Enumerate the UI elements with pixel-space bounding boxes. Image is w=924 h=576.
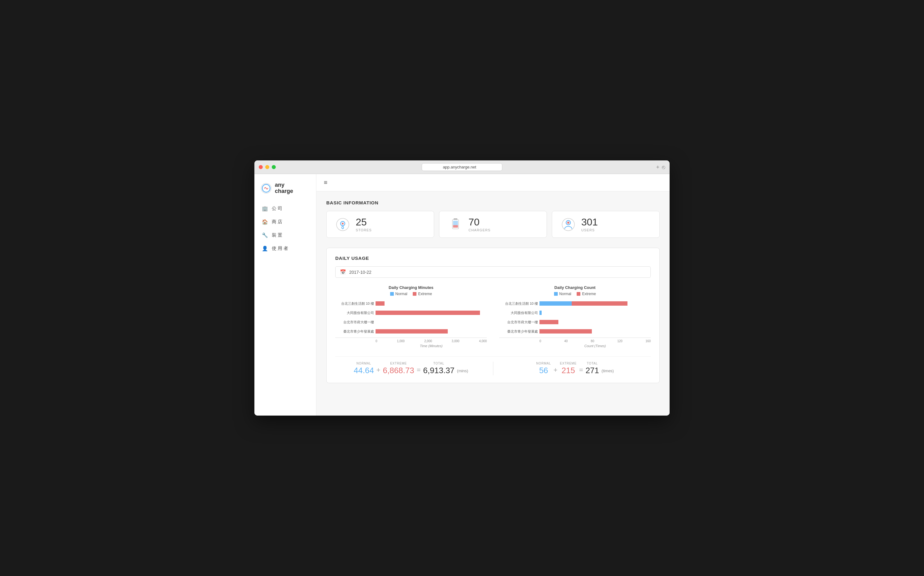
chart-count-bars-container: 台北三創生活館 10 樓 大同股份有限公司: [499, 301, 651, 348]
app-body: any charge 🏢 公 司 🏠 商 店 🔧 裝 置 👤 使 用 者: [254, 174, 670, 416]
bar-label-3-minutes: 臺北市青少年發展處: [335, 329, 374, 334]
summary-plus-2: +: [553, 366, 557, 375]
logo-icon: [261, 183, 272, 194]
svg-rect-8: [453, 225, 458, 227]
legend-normal-dot: [390, 292, 394, 296]
stores-label: STORES: [356, 228, 372, 232]
svg-point-4: [342, 222, 343, 224]
bar-row-3-count: 臺北市青少年發展處: [539, 328, 651, 334]
summary-left: NORMAL 44.64 + EXTREME 6,868.73 = TOTAL: [335, 362, 487, 375]
legend-count-extreme-label: Extreme: [582, 292, 596, 296]
summary-equals-1: =: [417, 366, 421, 375]
stores-icon: [336, 218, 350, 231]
main-header: ≡: [316, 174, 670, 191]
bar-normal-0-count: [539, 301, 572, 306]
users-value: 301: [581, 217, 598, 227]
summary-total-count: TOTAL 271: [586, 362, 599, 375]
sidebar-item-shop[interactable]: 🏠 商 店: [254, 215, 316, 229]
maximize-button[interactable]: [272, 165, 276, 169]
summary-extreme-minutes: EXTREME 6,868.73: [383, 362, 414, 375]
logo-area: any charge: [254, 177, 316, 202]
legend-count-normal-dot: [554, 292, 558, 296]
logo-line2: charge: [275, 188, 293, 195]
chart-count-title: Daily Charging Count: [499, 285, 651, 290]
bar-label-2-count: 台北市市府大樓一樓: [499, 320, 538, 325]
bar-label-2-minutes: 台北市市府大樓一樓: [335, 320, 374, 325]
bar-extreme-0-minutes: [375, 301, 385, 306]
bar-label-0-count: 台北三創生活館 10 樓: [499, 301, 538, 306]
summary-extreme-val-r: 215: [561, 366, 575, 375]
titlebar: app.anycharge.net + ⎋: [254, 160, 670, 174]
chargers-icon: [449, 218, 462, 231]
chart-minutes-bars: 台北三創生活館 10 樓 大同股份有限公司: [335, 301, 487, 334]
summary-row: NORMAL 44.64 + EXTREME 6,868.73 = TOTAL: [335, 357, 651, 375]
chart-minutes-axis: 0 1,000 2,000 3,000 4,000: [335, 338, 487, 343]
new-tab-icon[interactable]: +: [656, 164, 659, 170]
stores-value: 25: [356, 217, 372, 227]
window-actions: + ⎋: [656, 164, 665, 170]
chart-minutes-bars-container: 台北三創生活館 10 樓 大同股份有限公司: [335, 301, 487, 348]
axis-tick-4: 4,000: [479, 339, 487, 343]
bar-row-0-count: 台北三創生活館 10 樓: [539, 301, 651, 307]
axis-tick-2: 2,000: [424, 339, 432, 343]
sidebar-item-user[interactable]: 👤 使 用 者: [254, 242, 316, 255]
stat-card-stores: 25 STORES: [326, 211, 434, 238]
app-window: app.anycharge.net + ⎋ any charge: [254, 160, 670, 416]
bar-track-0-count: [539, 301, 651, 307]
bar-label-3-count: 臺北市青少年發展處: [499, 329, 538, 334]
axis-tick-3: 3,000: [452, 339, 459, 343]
bar-row-2-minutes: 台北市市府大樓一樓: [375, 319, 487, 325]
bar-label-1-minutes: 大同股份有限公司: [335, 310, 374, 315]
charts-row: Daily Charging Minutes Normal Extreme: [335, 285, 651, 348]
bar-extreme-3-minutes: [375, 329, 448, 333]
summary-normal-val: 44.64: [354, 366, 374, 375]
sidebar-label-company: 公 司: [272, 206, 282, 211]
bar-row-1-minutes: 大同股份有限公司: [375, 310, 487, 316]
summary-total-minutes: TOTAL 6,913.37: [423, 362, 454, 375]
logo-text: any charge: [275, 182, 293, 195]
axis-tick-0: 0: [375, 339, 377, 343]
bar-track-2-count: [539, 319, 651, 325]
users-icon: [561, 218, 575, 231]
bar-track-1-count: [539, 310, 651, 316]
sidebar-item-device[interactable]: 🔧 裝 置: [254, 229, 316, 242]
main-content-area: ≡ BASIC INFORMATION: [316, 174, 670, 416]
axis-tick-1: 1,000: [397, 339, 405, 343]
sidebar: any charge 🏢 公 司 🏠 商 店 🔧 裝 置 👤 使 用 者: [254, 174, 316, 416]
summary-normal-val-r: 56: [539, 366, 548, 375]
calendar-icon: 📅: [340, 269, 346, 275]
summary-unit-2: (times): [602, 368, 614, 375]
bar-label-0-minutes: 台北三創生活館 10 樓: [335, 301, 374, 306]
chargers-label: CHARGERS: [468, 228, 491, 232]
chart-minutes: Daily Charging Minutes Normal Extreme: [335, 285, 487, 348]
chart-minutes-legend: Normal Extreme: [335, 292, 487, 296]
close-button[interactable]: [259, 165, 263, 169]
hamburger-icon[interactable]: ≡: [324, 179, 327, 186]
summary-extreme-val: 6,868.73: [383, 366, 414, 375]
bar-row-0-minutes: 台北三創生活館 10 樓: [375, 301, 487, 307]
url-text: app.anycharge.net: [443, 165, 476, 170]
bar-track-2-minutes: [375, 319, 487, 325]
summary-extreme-label-r: EXTREME: [560, 362, 577, 365]
minimize-button[interactable]: [265, 165, 269, 169]
exit-icon[interactable]: ⎋: [662, 164, 665, 170]
logo-line1: any: [275, 182, 293, 188]
stat-card-chargers: 70 CHARGERS: [439, 211, 547, 238]
bar-row-1-count: 大同股份有限公司: [539, 310, 651, 316]
summary-total-label-1: TOTAL: [433, 362, 444, 365]
url-bar[interactable]: app.anycharge.net: [422, 163, 502, 171]
summary-normal-minutes: NORMAL 44.64: [354, 362, 374, 375]
summary-extreme-count: EXTREME 215: [560, 362, 577, 375]
count-axis-tick-4: 160: [645, 339, 651, 343]
date-picker[interactable]: 📅 2017-10-22: [335, 266, 651, 278]
users-info: 301 USERS: [581, 217, 598, 232]
count-axis-tick-3: 120: [617, 339, 622, 343]
traffic-lights: [259, 165, 276, 169]
summary-normal-label: NORMAL: [356, 362, 371, 365]
shop-icon: 🏠: [262, 219, 268, 225]
bar-label-1-count: 大同股份有限公司: [499, 310, 538, 315]
sidebar-item-company[interactable]: 🏢 公 司: [254, 202, 316, 215]
chargers-info: 70 CHARGERS: [468, 217, 491, 232]
bar-extreme-3-count: [539, 329, 592, 333]
legend-extreme-dot: [413, 292, 417, 296]
